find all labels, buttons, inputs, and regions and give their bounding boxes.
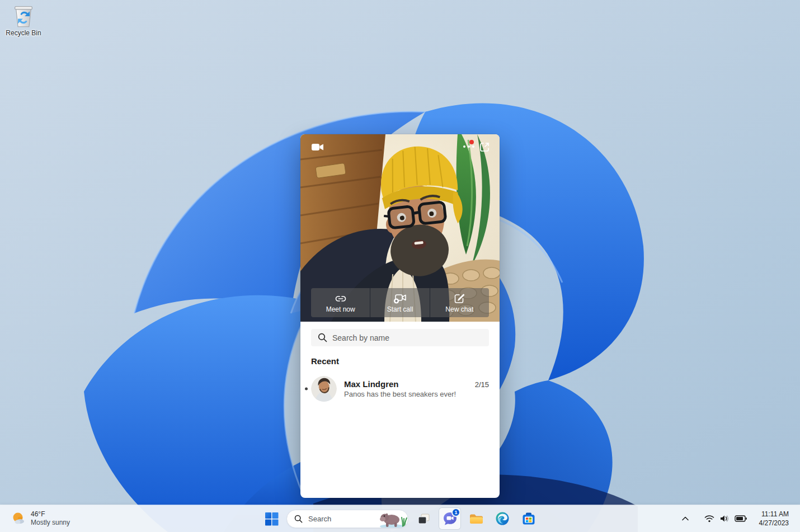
windows-logo-icon [265,512,279,526]
camera-on-icon [312,143,324,152]
file-explorer-icon [469,511,484,526]
recycle-bin-icon [13,3,34,28]
microsoft-store-icon [521,511,536,526]
chat-item-body: Max Lindgren 2/15 Panos has the best sne… [344,379,489,398]
task-view-button[interactable] [412,507,435,530]
weather-widget[interactable]: 46°F Mostly sunny [6,507,76,530]
chat-message-preview: Panos has the best sneakers ever! [344,390,489,398]
chevron-up-icon [682,516,689,521]
new-chat-button[interactable]: New chat [430,288,489,317]
weather-icon [11,511,26,526]
bing-daily-hippo-image [378,510,408,528]
start-button[interactable] [260,507,283,530]
taskbar-search[interactable]: Search [286,510,408,528]
avatar [311,376,337,402]
unread-dot [305,388,308,390]
weather-condition: Mostly sunny [31,519,70,527]
compose-icon [453,293,465,304]
clock-date: 4/27/2023 [759,519,789,528]
volume-icon [719,515,730,522]
teams-chat-flyout: Meet now Start call Ne [300,134,500,498]
teams-unread-badge: 1 [451,508,460,517]
start-call-button[interactable]: Start call [370,288,429,317]
recycle-bin[interactable]: Recycle Bin [2,3,45,37]
start-call-label: Start call [387,306,413,313]
weather-temperature: 46°F [31,510,70,519]
taskbar: 46°F Mostly sunny Search [0,505,800,532]
chat-list-item[interactable]: Max Lindgren 2/15 Panos has the best sne… [300,373,500,404]
recycle-bin-label: Recycle Bin [6,29,41,37]
open-full-app-icon[interactable] [479,142,490,153]
chat-date: 2/15 [475,380,489,389]
meet-now-label: Meet now [326,306,355,313]
show-hidden-icons-button[interactable] [677,510,693,528]
flyout-search [311,329,489,346]
edge-icon [495,511,510,526]
clock[interactable]: 11:11 AM 4/27/2023 [756,509,792,529]
video-add-icon [393,293,407,304]
camera-preview: Meet now Start call Ne [300,134,500,322]
wifi-icon [704,515,714,522]
more-options-icon[interactable] [463,145,474,148]
battery-icon [735,515,747,522]
link-icon [334,293,347,304]
meet-now-button[interactable]: Meet now [311,288,370,317]
microsoft-store-button[interactable] [517,507,540,530]
recent-heading: Recent [311,356,489,366]
edge-button[interactable] [491,507,514,530]
notification-dot [469,140,474,144]
new-chat-label: New chat [445,306,473,313]
task-view-icon [417,512,431,526]
search-icon [294,515,303,523]
clock-time: 11:11 AM [759,510,789,519]
file-explorer-button[interactable] [465,507,487,530]
teams-chat-button[interactable]: 1 [439,507,461,530]
chat-contact-name: Max Lindgren [344,379,399,389]
search-by-name-input[interactable] [311,329,489,346]
call-actions: Meet now Start call Ne [311,288,489,317]
quick-settings-button[interactable] [700,509,751,528]
search-icon [318,333,327,342]
system-tray: 11:11 AM 4/27/2023 [677,505,800,532]
taskbar-search-label: Search [308,515,331,523]
desktop: Recycle Bin [0,0,800,532]
